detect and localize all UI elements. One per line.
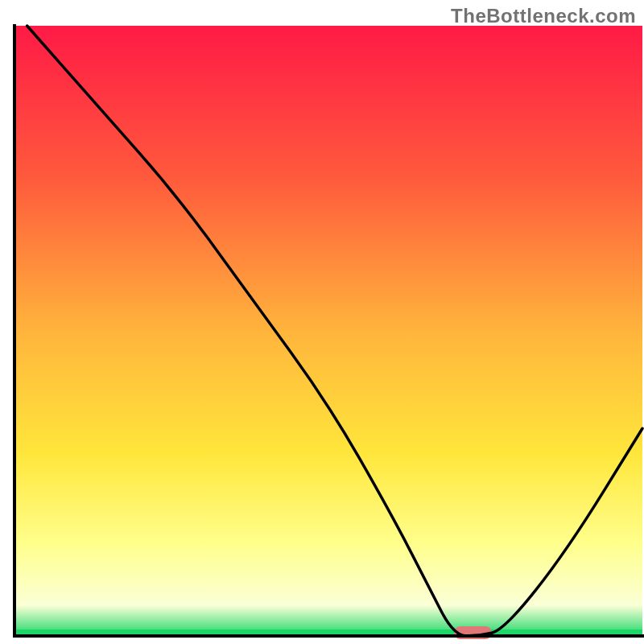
chart-container: TheBottleneck.com — [0, 0, 644, 644]
bottleneck-chart — [0, 0, 644, 644]
